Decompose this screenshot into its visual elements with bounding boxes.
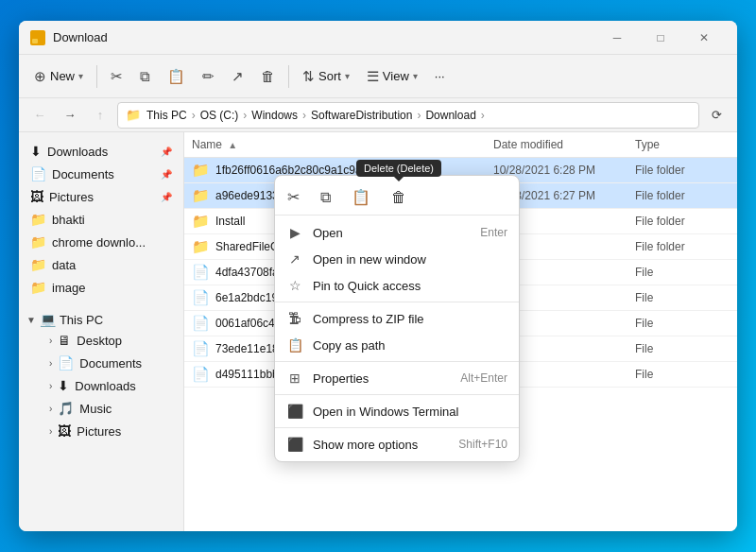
ctx-copy-path-label: Copy as path xyxy=(313,338,507,353)
col-name-header[interactable]: Name ▲ xyxy=(192,138,493,151)
ctx-pin-label: Pin to Quick access xyxy=(313,279,507,293)
documents-icon: 📄 xyxy=(30,166,46,181)
ctx-more-label: Show more options xyxy=(313,438,449,452)
bread-thispc[interactable]: This PC xyxy=(146,109,187,122)
sidebar-item-pictures-sub[interactable]: › 🖼 Pictures xyxy=(38,420,183,442)
minimize-button[interactable]: ─ xyxy=(595,24,639,52)
bread-softwaredist[interactable]: SoftwareDistribution xyxy=(311,109,412,122)
delete-button[interactable]: 🗑 xyxy=(253,63,283,89)
ctx-paste-icon[interactable]: 📋 xyxy=(349,185,373,209)
title-bar: Download ─ □ ✕ xyxy=(19,21,737,55)
copy-button[interactable]: ⧉ xyxy=(132,63,158,90)
ctx-compress-icon: 🗜 xyxy=(286,311,303,326)
folder-icon-data: 📁 xyxy=(30,257,46,272)
ctx-copy-path-icon: 📋 xyxy=(286,337,303,353)
ctx-compress-label: Compress to ZIP file xyxy=(313,312,507,326)
ctx-copy-path[interactable]: 📋 Copy as path xyxy=(275,332,519,358)
more-button[interactable]: ··· xyxy=(427,64,453,88)
ctx-delete-wrapper: Delete (Delete) 🗑 xyxy=(388,186,409,209)
toolbar: ⊕ New ▾ ✂ ⧉ 📋 ✏ ↗ 🗑 ⇅ Sort ▾ ☰ xyxy=(19,55,737,98)
bread-download[interactable]: Download xyxy=(425,109,475,122)
sidebar-item-downloads-sub[interactable]: › ⬇ Downloads xyxy=(38,374,183,397)
up-button[interactable]: ↑ xyxy=(87,102,113,129)
back-button[interactable]: ← xyxy=(26,102,53,129)
toolbar-sep-2 xyxy=(288,65,289,88)
sidebar-sub-thispc: › 🖥 Desktop › 📄 Documents › ⬇ Downloads … xyxy=(19,329,183,442)
file-type-row0: File folder xyxy=(635,164,730,177)
ctx-terminal[interactable]: ⬛ Open in Windows Terminal xyxy=(275,398,519,424)
sidebar-item-image[interactable]: 📁 image xyxy=(19,276,183,299)
file-list-header: Name ▲ Date modified Type xyxy=(184,132,737,158)
ctx-sep-2 xyxy=(275,361,519,362)
rename-icon: ✏ xyxy=(202,68,215,85)
more-label: ··· xyxy=(435,69,445,83)
view-chevron: ▾ xyxy=(413,71,418,81)
title-bar-controls: ─ □ ✕ xyxy=(595,24,726,52)
sort-button[interactable]: ⇅ Sort ▾ xyxy=(295,63,357,90)
ctx-compress[interactable]: 🗜 Compress to ZIP file xyxy=(275,305,519,332)
ctx-more-icon: ⬛ xyxy=(286,437,303,452)
folder-icon-row1: 📁 xyxy=(192,187,210,204)
context-menu-toolbar: ✂ ⧉ 📋 Delete (Delete) 🗑 xyxy=(275,180,519,216)
sidebar-item-downloads[interactable]: ⬇ Downloads 📌 xyxy=(19,140,183,163)
cut-button[interactable]: ✂ xyxy=(103,63,130,90)
sidebar-item-documents[interactable]: 📄 Documents 📌 xyxy=(19,163,183,185)
ctx-properties[interactable]: ⊞ Properties Alt+Enter xyxy=(275,365,519,391)
sidebar-item-music[interactable]: › 🎵 Music xyxy=(38,397,183,420)
main-area: ⬇ Downloads 📌 📄 Documents 📌 🖼 Pictures 📌… xyxy=(19,132,737,531)
ctx-open[interactable]: ▶ Open Enter xyxy=(275,219,519,246)
file-icon-row6: 📄 xyxy=(192,315,210,332)
bread-osc[interactable]: OS (C:) xyxy=(200,109,239,122)
folder-icon-bhakti: 📁 xyxy=(30,212,46,227)
ctx-copy-icon[interactable]: ⧉ xyxy=(318,186,334,209)
sidebar-label-desktop: Desktop xyxy=(77,334,122,348)
sidebar-label-music: Music xyxy=(79,402,112,416)
close-button[interactable]: ✕ xyxy=(682,24,726,52)
sort-arrow: ▲ xyxy=(228,140,237,150)
ctx-cut-icon[interactable]: ✂ xyxy=(284,185,302,209)
ctx-new-window-icon: ↗ xyxy=(286,251,303,267)
dl-icon-sub: ⬇ xyxy=(58,378,69,393)
folder-icon-row0: 📁 xyxy=(192,162,210,179)
ctx-more-shortcut: Shift+F10 xyxy=(458,438,507,451)
maximize-button[interactable]: □ xyxy=(639,24,682,52)
sidebar-item-desktop[interactable]: › 🖥 Desktop xyxy=(38,329,183,352)
file-icon-row8: 📄 xyxy=(192,366,210,383)
file-type-row1: File folder xyxy=(635,189,730,202)
sidebar-label-data: data xyxy=(52,258,76,272)
sidebar-label-bhakti: bhakti xyxy=(52,213,85,227)
sidebar-label-dl-sub: Downloads xyxy=(75,379,135,393)
pics-icon-sub: 🖼 xyxy=(58,423,71,439)
ctx-delete-icon[interactable]: 🗑 xyxy=(388,186,409,209)
refresh-button[interactable]: ⟳ xyxy=(703,102,730,129)
ctx-open-label: Open xyxy=(313,226,471,240)
desktop-icon: 🖥 xyxy=(58,333,71,348)
forward-button[interactable]: → xyxy=(57,102,83,129)
sidebar-item-docs-sub[interactable]: › 📄 Documents xyxy=(38,352,183,374)
sidebar-label-documents: Documents xyxy=(52,167,114,181)
sort-icon: ⇅ xyxy=(302,68,315,85)
ctx-open-new-window[interactable]: ↗ Open in new window xyxy=(275,246,519,272)
share-button[interactable]: ↗ xyxy=(224,63,251,90)
ctx-pin[interactable]: ☆ Pin to Quick access xyxy=(275,272,519,299)
folder-icon-row2: 📁 xyxy=(192,213,210,230)
sidebar-item-data[interactable]: 📁 data xyxy=(19,253,183,276)
view-button[interactable]: ☰ View ▾ xyxy=(359,63,425,90)
new-button[interactable]: ⊕ New ▾ xyxy=(26,63,91,90)
window-title: Download xyxy=(53,30,595,44)
sidebar-item-pictures[interactable]: 🖼 Pictures 📌 xyxy=(19,185,183,208)
sidebar-group-thispc[interactable]: ▼ 💻 This PC xyxy=(19,306,183,329)
downloads-icon: ⬇ xyxy=(30,144,42,159)
sidebar: ⬇ Downloads 📌 📄 Documents 📌 🖼 Pictures 📌… xyxy=(19,132,184,531)
sidebar-item-chrome[interactable]: 📁 chrome downlo... xyxy=(19,231,183,253)
breadcrumb[interactable]: 📁 This PC › OS (C:) › Windows › Software… xyxy=(117,102,699,129)
ctx-terminal-icon: ⬛ xyxy=(286,404,303,419)
ctx-more-options[interactable]: ⬛ Show more options Shift+F10 xyxy=(275,431,519,457)
sidebar-item-bhakti[interactable]: 📁 bhakti xyxy=(19,208,183,231)
ctx-terminal-label: Open in Windows Terminal xyxy=(313,405,507,419)
file-type-row5: File xyxy=(635,291,730,304)
paste-button[interactable]: 📋 xyxy=(160,63,193,90)
bread-windows[interactable]: Windows xyxy=(251,109,298,122)
file-list: Name ▲ Date modified Type 📁 1fb26ff0616a… xyxy=(184,132,737,531)
rename-button[interactable]: ✏ xyxy=(195,63,222,90)
